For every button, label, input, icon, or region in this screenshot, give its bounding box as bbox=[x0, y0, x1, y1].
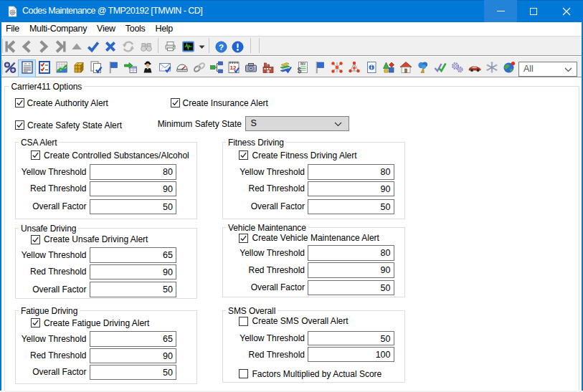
svg-text:$: $ bbox=[297, 67, 301, 75]
svg-text:?: ? bbox=[219, 42, 224, 51]
svg-text:INV: INV bbox=[300, 62, 305, 66]
svg-text:12: 12 bbox=[229, 64, 236, 71]
